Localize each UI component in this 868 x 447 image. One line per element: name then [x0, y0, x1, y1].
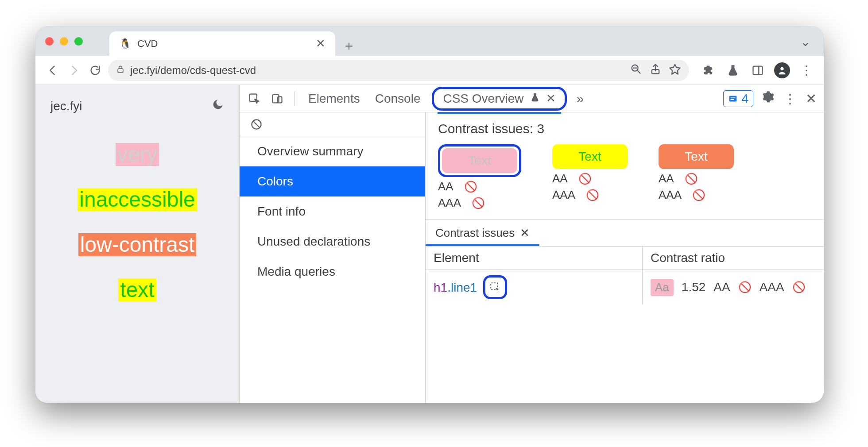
- swatch-2-label: Text: [552, 144, 628, 169]
- sidebar-item-overview-summary[interactable]: Overview summary: [240, 136, 425, 166]
- browser-menu-icon[interactable]: ⋮: [798, 62, 815, 79]
- device-toolbar-icon[interactable]: [270, 91, 285, 106]
- table-row[interactable]: h1.line1 Aa 1.52 AA 🚫 AAA: [426, 270, 824, 304]
- url-text: jec.fyi/demo/cds-quest-cvd: [130, 64, 256, 77]
- share-icon[interactable]: [649, 63, 662, 78]
- labs-icon[interactable]: [725, 62, 741, 79]
- devtools-menu-icon[interactable]: ⋮: [783, 91, 797, 106]
- settings-gear-icon[interactable]: [762, 91, 775, 106]
- forward-button[interactable]: [66, 62, 82, 79]
- contrast-title: Contrast issues: 3: [438, 121, 811, 136]
- issues-count: 4: [741, 92, 748, 106]
- svg-line-2: [638, 70, 640, 73]
- favicon-icon: 🐧: [119, 38, 131, 50]
- page-pane: jec.fyi very inaccessible low-contrast t…: [35, 85, 239, 403]
- contrast-chip: Aa: [651, 279, 674, 296]
- sidebar-item-font-info[interactable]: Font info: [240, 197, 425, 227]
- new-tab-button[interactable]: ＋: [339, 35, 359, 56]
- extensions-icon[interactable]: [700, 62, 717, 79]
- tab-css-overview-label: CSS Overview: [443, 92, 523, 106]
- demo-word-1: very: [116, 143, 159, 166]
- window-controls: [45, 27, 83, 56]
- demo-words: very inaccessible low-contrast text: [50, 143, 224, 301]
- close-devtools-icon[interactable]: ✕: [806, 91, 817, 106]
- lock-icon: [116, 65, 125, 76]
- devtools-tabbar: Elements Console CSS Overview ✕ » 4: [240, 85, 824, 112]
- swatch-1-label: Text: [442, 148, 517, 173]
- element-selector: h1.line1: [434, 280, 477, 295]
- omnibox-actions: [630, 63, 681, 78]
- clear-overview-icon[interactable]: [240, 112, 425, 136]
- inspect-element-icon[interactable]: [247, 91, 262, 106]
- browser-toolbar: jec.fyi/demo/cds-quest-cvd ⋮: [35, 56, 824, 85]
- col-element: Element: [426, 247, 643, 270]
- css-overview-sidebar: Overview summary Colors Font info Unused…: [240, 112, 426, 403]
- tab-title: CVD: [137, 38, 310, 50]
- svg-rect-0: [118, 69, 123, 72]
- aa-label: AA: [713, 280, 730, 294]
- browser-window: 🐧 CVD ✕ ＋ ⌄ jec.fyi/demo/cds-quest-cvd: [35, 27, 824, 403]
- contrast-swatch-3[interactable]: Text AA🚫 AAA🚫: [659, 144, 734, 210]
- maximize-window-dot[interactable]: [74, 37, 83, 46]
- svg-rect-14: [731, 99, 734, 100]
- fail-icon: 🚫: [792, 281, 806, 293]
- svg-line-16: [253, 121, 260, 127]
- tab-strip: 🐧 CVD ✕ ＋ ⌄: [35, 27, 824, 56]
- contrast-swatch-1[interactable]: Text AA🚫 AAA🚫: [438, 144, 521, 210]
- dark-mode-toggle-icon[interactable]: [212, 98, 224, 114]
- sidebar-item-colors[interactable]: Colors: [240, 166, 425, 197]
- bookmark-star-icon[interactable]: [669, 63, 681, 78]
- tab-console[interactable]: Console: [372, 92, 424, 106]
- fail-icon: 🚫: [464, 181, 477, 193]
- back-button[interactable]: [44, 62, 61, 79]
- close-window-dot[interactable]: [45, 37, 54, 46]
- demo-word-2: inaccessible: [78, 188, 197, 211]
- col-contrast-ratio: Contrast ratio: [643, 247, 824, 270]
- svg-rect-13: [731, 97, 736, 98]
- sidebar-item-media-queries[interactable]: Media queries: [240, 257, 425, 287]
- svg-rect-12: [729, 96, 737, 101]
- browser-tab[interactable]: 🐧 CVD ✕: [109, 31, 335, 56]
- address-bar[interactable]: jec.fyi/demo/cds-quest-cvd: [108, 60, 689, 81]
- site-name: jec.fyi: [50, 99, 82, 113]
- devtools-panel: Elements Console CSS Overview ✕ » 4: [239, 85, 824, 403]
- side-panel-icon[interactable]: [749, 62, 766, 79]
- css-overview-main: Contrast issues: 3 Text AA🚫 AAA🚫 Text AA…: [426, 112, 824, 403]
- fail-icon: 🚫: [685, 173, 698, 185]
- minimize-window-dot[interactable]: [60, 37, 68, 46]
- contrast-swatch-row: Text AA🚫 AAA🚫 Text AA🚫 AAA🚫 Text: [438, 144, 811, 210]
- aaa-label: AAA: [760, 280, 784, 294]
- contrast-ratio-value: 1.52: [682, 280, 706, 294]
- svg-point-8: [780, 67, 783, 70]
- zoom-icon[interactable]: [630, 63, 642, 78]
- tabs-overflow-icon[interactable]: ⌄: [800, 35, 810, 49]
- contrast-issues-panel: Contrast issues ✕ Element Contrast ratio…: [426, 220, 824, 304]
- svg-marker-5: [670, 64, 680, 74]
- content-row: jec.fyi very inaccessible low-contrast t…: [35, 85, 824, 403]
- reload-button[interactable]: [87, 62, 104, 79]
- tab-css-overview[interactable]: CSS Overview ✕: [432, 87, 566, 111]
- contrast-section: Contrast issues: 3 Text AA🚫 AAA🚫 Text AA…: [426, 112, 824, 215]
- fail-icon: 🚫: [692, 189, 705, 201]
- contrast-issues-tab[interactable]: Contrast issues ✕: [426, 220, 539, 246]
- devtools-body: Overview summary Colors Font info Unused…: [240, 112, 824, 403]
- fail-icon: 🚫: [738, 281, 752, 293]
- swatch-3-label: Text: [659, 144, 734, 169]
- reveal-in-elements-icon[interactable]: [483, 275, 507, 299]
- profile-avatar[interactable]: [774, 62, 790, 78]
- tab-elements[interactable]: Elements: [305, 92, 364, 106]
- close-issues-tab-icon[interactable]: ✕: [520, 226, 530, 240]
- svg-rect-6: [753, 66, 763, 74]
- issues-badge[interactable]: 4: [723, 90, 753, 107]
- close-tab-css-overview-icon[interactable]: ✕: [546, 92, 556, 105]
- divider: [294, 91, 295, 106]
- sidebar-item-unused-declarations[interactable]: Unused declarations: [240, 227, 425, 257]
- demo-word-4: text: [118, 278, 156, 301]
- flask-icon: [530, 92, 540, 105]
- contrast-swatch-2[interactable]: Text AA🚫 AAA🚫: [552, 144, 628, 210]
- close-tab-icon[interactable]: ✕: [316, 37, 326, 50]
- demo-word-3: low-contrast: [78, 233, 197, 256]
- fail-icon: 🚫: [472, 197, 485, 209]
- more-tabs-icon[interactable]: »: [577, 91, 584, 106]
- issues-table-header: Element Contrast ratio: [426, 246, 824, 270]
